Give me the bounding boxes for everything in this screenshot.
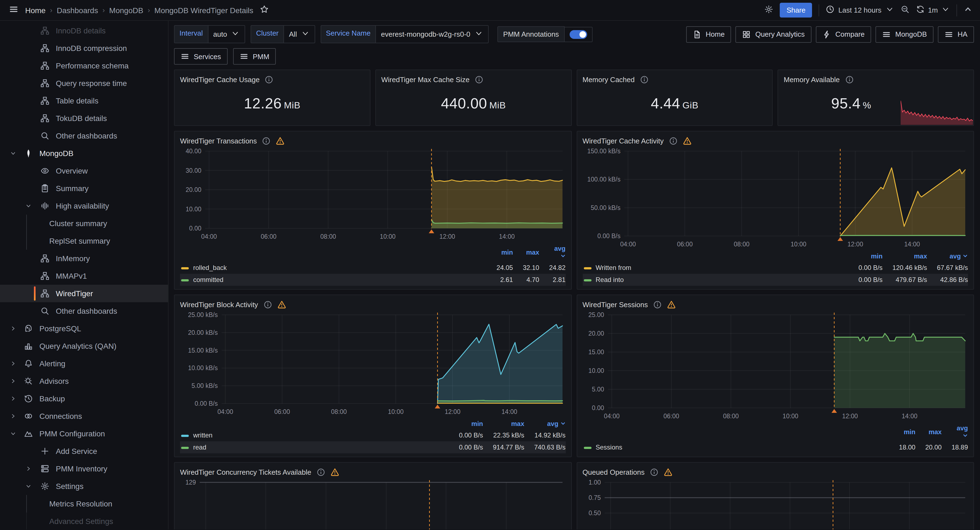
warning-icon[interactable] <box>277 300 286 309</box>
sidebar-item-metrics-resolution[interactable]: Metrics Resolution <box>0 495 168 512</box>
sidebar-item-postgresql[interactable]: PostgreSQL <box>0 320 168 337</box>
info-icon[interactable] <box>640 75 648 83</box>
chevron-right-icon[interactable] <box>10 394 16 403</box>
legend-row[interactable]: committed2.614.702.81 <box>180 274 565 286</box>
sidebar-item-wiredtiger[interactable]: WiredTiger <box>0 285 168 302</box>
legend-sort-min[interactable]: min <box>849 251 883 262</box>
sidebar-item-tokudb-details[interactable]: TokuDB details <box>0 110 168 127</box>
info-icon[interactable] <box>475 75 483 83</box>
sidebar-item-advisors[interactable]: Advisors <box>0 372 168 390</box>
info-icon[interactable] <box>845 75 853 83</box>
breadcrumb-item[interactable]: Home <box>25 6 46 14</box>
chevron-down-icon[interactable] <box>25 482 32 490</box>
breadcrumb-item[interactable]: Dashboards <box>57 6 98 14</box>
link-query-analytics-button[interactable]: Query Analytics <box>736 26 811 42</box>
interval-select[interactable]: auto <box>208 25 245 43</box>
chevron-right-icon[interactable] <box>10 412 16 420</box>
sidebar-item-mmapv1[interactable]: MMAPv1 <box>0 267 168 285</box>
sidebar-item-table-details[interactable]: Table details <box>0 92 168 110</box>
legend-row[interactable]: written0.00 B/s22.35 kB/s14.92 kB/s <box>180 429 565 441</box>
legend-sort-min[interactable]: min <box>889 423 915 441</box>
legend-sort-min[interactable]: min <box>487 244 513 262</box>
sidebar-item-cluster-summary[interactable]: Cluster summary <box>0 215 168 232</box>
warning-icon[interactable] <box>664 468 673 476</box>
info-icon[interactable] <box>264 300 272 308</box>
sidebar-item-mongodb[interactable]: MongoDB <box>0 145 168 162</box>
legend-sort-min[interactable]: min <box>449 419 483 429</box>
menu-toggle-icon[interactable] <box>8 4 20 16</box>
sidebar-item-innodb-details[interactable]: InnoDB details <box>0 22 168 40</box>
sidebar-item-other-dashboards[interactable]: Other dashboards <box>0 302 168 320</box>
chevron-right-icon[interactable] <box>10 324 16 333</box>
sidebar-item-other-dashboards[interactable]: Other dashboards <box>0 127 168 145</box>
transactions-chart[interactable]: 04:0006:0008:0010:0012:0014:000.0010.002… <box>180 147 565 243</box>
sidebar-item-performance-schema[interactable]: Performance schema <box>0 57 168 75</box>
sidebar-item-query-analytics-qan-[interactable]: Query Analytics (QAN) <box>0 337 168 355</box>
info-icon[interactable] <box>317 468 325 476</box>
link-ha-button[interactable]: HA <box>938 26 974 42</box>
legend-sort-avg[interactable]: avg <box>927 251 968 262</box>
legend-row[interactable]: Written from0.00 B/s120.46 kB/s67.67 kB/… <box>582 262 968 274</box>
link-home-button[interactable]: Home <box>686 26 731 42</box>
pmm-annotations-toggle[interactable] <box>565 27 593 42</box>
chevron-right-icon[interactable] <box>10 377 16 385</box>
sidebar-item-settings[interactable]: Settings <box>0 477 168 495</box>
sessions-chart[interactable]: 04:0006:0008:0010:0012:0014:000.005.0010… <box>582 310 968 422</box>
block-activity-chart[interactable]: 04:0006:0008:0010:0012:0014:000.00 B/s5.… <box>180 310 565 418</box>
sidebar-item-summary[interactable]: Summary <box>0 180 168 197</box>
sidebar-item-pmm-inventory[interactable]: PMM Inventory <box>0 460 168 477</box>
info-icon[interactable] <box>650 468 658 476</box>
warning-icon[interactable] <box>331 468 339 476</box>
share-button[interactable]: Share <box>780 3 812 18</box>
legend-row[interactable]: Sessions18.0020.0018.89 <box>582 441 968 453</box>
sidebar-item-alerting[interactable]: Alerting <box>0 355 168 372</box>
link-compare-button[interactable]: Compare <box>816 26 871 42</box>
info-icon[interactable] <box>653 300 662 308</box>
collapse-caret-up-icon[interactable] <box>964 5 972 16</box>
info-icon[interactable] <box>265 75 273 83</box>
sidebar-item-overview[interactable]: Overview <box>0 162 168 180</box>
sidebar-item-add-service[interactable]: Add Service <box>0 442 168 460</box>
legend-sort-avg[interactable]: avg <box>539 244 565 262</box>
chevron-right-icon[interactable] <box>25 464 32 473</box>
sidebar-item-query-response-time[interactable]: Query response time <box>0 75 168 92</box>
legend-row[interactable]: rolled_back24.0532.1024.82 <box>180 262 565 274</box>
link-mongodb-button[interactable]: MongoDB <box>875 26 934 42</box>
info-icon[interactable] <box>262 137 270 145</box>
warning-icon[interactable] <box>276 136 285 145</box>
sidebar-item-inmemory[interactable]: InMemory <box>0 250 168 267</box>
sidebar-item-pmm-configuration[interactable]: PMM Configuration <box>0 425 168 442</box>
dashboard-settings-gear-icon[interactable] <box>765 5 773 16</box>
sidebar-item-high-availability[interactable]: High availability <box>0 197 168 215</box>
cluster-select[interactable]: All <box>283 25 315 43</box>
sidebar-item-advanced-settings[interactable]: Advanced Settings <box>0 512 168 530</box>
sidebar-item-backup[interactable]: Backup <box>0 390 168 407</box>
legend-sort-max[interactable]: max <box>513 244 539 262</box>
info-icon[interactable] <box>669 137 678 145</box>
refresh-picker[interactable]: 1m <box>916 5 950 15</box>
pmm-button[interactable]: PMM <box>233 48 276 65</box>
concurrency-tickets-chart[interactable]: 129 <box>180 478 565 530</box>
services-button[interactable]: Services <box>174 48 228 65</box>
queued-operations-chart[interactable]: 1.000.750.50 <box>582 478 968 530</box>
chevron-down-icon[interactable] <box>25 201 32 210</box>
favorite-star-icon[interactable] <box>260 5 269 16</box>
legend-sort-avg[interactable]: avg <box>942 423 968 441</box>
legend-sort-avg[interactable]: avg <box>524 419 565 429</box>
legend-row[interactable]: read0.00 B/s914.77 B/s740.63 B/s <box>180 441 565 453</box>
warning-icon[interactable] <box>683 136 692 145</box>
chevron-right-icon[interactable] <box>10 359 16 368</box>
zoom-out-icon[interactable] <box>900 5 909 16</box>
warning-icon[interactable] <box>667 300 676 309</box>
sidebar-item-innodb-compression[interactable]: InnoDB compression <box>0 40 168 57</box>
chevron-down-icon[interactable] <box>10 429 16 438</box>
legend-sort-max[interactable]: max <box>915 423 942 441</box>
service-name-select[interactable]: everest-mongodb-w2g-rs0-0 <box>375 25 488 43</box>
legend-sort-max[interactable]: max <box>483 419 525 429</box>
sidebar-item-connections[interactable]: Connections <box>0 407 168 425</box>
sidebar-item-replset-summary[interactable]: ReplSet summary <box>0 232 168 250</box>
breadcrumb-item[interactable]: MongoDB WiredTiger Details <box>154 6 253 14</box>
legend-sort-max[interactable]: max <box>883 251 927 262</box>
chevron-down-icon[interactable] <box>10 149 16 158</box>
legend-row[interactable]: Read into0.00 B/s479.67 B/s42.86 B/s <box>582 274 968 286</box>
